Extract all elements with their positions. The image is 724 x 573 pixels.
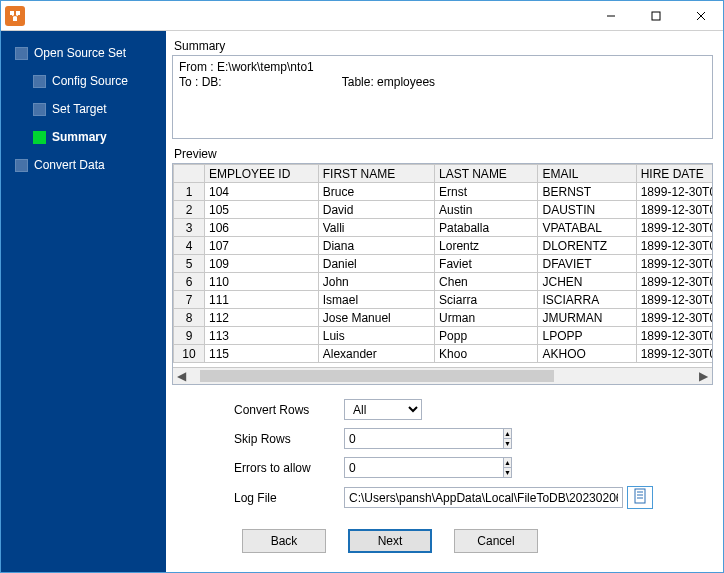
table-cell[interactable]: ISCIARRA: [538, 291, 636, 309]
log-file-input[interactable]: [344, 487, 623, 508]
table-cell[interactable]: Bruce: [318, 183, 434, 201]
table-row[interactable]: 6110JohnChenJCHEN1899-12-30T00:00:00.000…: [174, 273, 713, 291]
row-header[interactable]: 1: [174, 183, 205, 201]
convert-rows-select[interactable]: All: [344, 399, 422, 420]
table-cell[interactable]: 1899-12-30T00:00:00.000Z: [636, 237, 712, 255]
close-button[interactable]: [678, 1, 723, 30]
horizontal-scrollbar[interactable]: ◀ ▶: [173, 367, 712, 384]
table-cell[interactable]: 105: [205, 201, 319, 219]
table-cell[interactable]: Lorentz: [435, 237, 538, 255]
table-cell[interactable]: LPOPP: [538, 327, 636, 345]
table-cell[interactable]: Popp: [435, 327, 538, 345]
skip-rows-up-icon[interactable]: ▲: [504, 429, 511, 439]
table-cell[interactable]: Alexander: [318, 345, 434, 363]
table-cell[interactable]: 104: [205, 183, 319, 201]
skip-rows-down-icon[interactable]: ▼: [504, 439, 511, 448]
table-row[interactable]: 4107DianaLorentzDLORENTZ1899-12-30T00:00…: [174, 237, 713, 255]
table-cell[interactable]: Pataballa: [435, 219, 538, 237]
table-cell[interactable]: Austin: [435, 201, 538, 219]
table-cell[interactable]: DLORENTZ: [538, 237, 636, 255]
table-cell[interactable]: 113: [205, 327, 319, 345]
table-cell[interactable]: BERNST: [538, 183, 636, 201]
table-cell[interactable]: 111: [205, 291, 319, 309]
table-row[interactable]: 5109DanielFavietDFAVIET1899-12-30T00:00:…: [174, 255, 713, 273]
row-header[interactable]: 4: [174, 237, 205, 255]
table-cell[interactable]: 1899-12-30T00:00:00.000Z: [636, 309, 712, 327]
table-cell[interactable]: 1899-12-30T00:00:00.000Z: [636, 327, 712, 345]
table-cell[interactable]: Ismael: [318, 291, 434, 309]
table-cell[interactable]: 115: [205, 345, 319, 363]
table-cell[interactable]: 107: [205, 237, 319, 255]
minimize-button[interactable]: [588, 1, 633, 30]
skip-rows-spinner[interactable]: ▲ ▼: [344, 428, 422, 449]
table-row[interactable]: 3106ValliPataballaVPATABAL1899-12-30T00:…: [174, 219, 713, 237]
table-cell[interactable]: Diana: [318, 237, 434, 255]
table-row[interactable]: 7111IsmaelSciarraISCIARRA1899-12-30T00:0…: [174, 291, 713, 309]
table-cell[interactable]: Sciarra: [435, 291, 538, 309]
table-cell[interactable]: Khoo: [435, 345, 538, 363]
wizard-step-set-target[interactable]: Set Target: [1, 95, 166, 123]
maximize-button[interactable]: [633, 1, 678, 30]
table-row[interactable]: 10115AlexanderKhooAKHOO1899-12-30T00:00:…: [174, 345, 713, 363]
table-row[interactable]: 1104BruceErnstBERNST1899-12-30T00:00:00.…: [174, 183, 713, 201]
row-header[interactable]: 5: [174, 255, 205, 273]
table-cell[interactable]: 112: [205, 309, 319, 327]
table-cell[interactable]: 109: [205, 255, 319, 273]
table-row[interactable]: 2105DavidAustinDAUSTIN1899-12-30T00:00:0…: [174, 201, 713, 219]
table-cell[interactable]: Ernst: [435, 183, 538, 201]
preview-grid-scroll[interactable]: EMPLOYEE IDFIRST NAMELAST NAMEEMAILHIRE …: [173, 164, 712, 367]
table-cell[interactable]: 1899-12-30T00:00:00.000Z: [636, 273, 712, 291]
table-cell[interactable]: 1899-12-30T00:00:00.000Z: [636, 345, 712, 363]
table-cell[interactable]: David: [318, 201, 434, 219]
errors-down-icon[interactable]: ▼: [504, 468, 511, 477]
table-cell[interactable]: JMURMAN: [538, 309, 636, 327]
column-header[interactable]: LAST NAME: [435, 165, 538, 183]
table-cell[interactable]: Urman: [435, 309, 538, 327]
next-button[interactable]: Next: [348, 529, 432, 553]
errors-allow-input[interactable]: [344, 457, 503, 478]
table-cell[interactable]: DAUSTIN: [538, 201, 636, 219]
table-cell[interactable]: DFAVIET: [538, 255, 636, 273]
table-cell[interactable]: 1899-12-30T00:00:00.000Z: [636, 291, 712, 309]
table-cell[interactable]: 1899-12-30T00:00:00.000Z: [636, 183, 712, 201]
table-cell[interactable]: Chen: [435, 273, 538, 291]
table-cell[interactable]: John: [318, 273, 434, 291]
errors-up-icon[interactable]: ▲: [504, 458, 511, 468]
column-header[interactable]: EMPLOYEE ID: [205, 165, 319, 183]
wizard-step-summary[interactable]: Summary: [1, 123, 166, 151]
scroll-left-icon[interactable]: ◀: [173, 368, 190, 384]
column-header[interactable]: EMAIL: [538, 165, 636, 183]
browse-log-button[interactable]: [627, 486, 653, 509]
table-cell[interactable]: 110: [205, 273, 319, 291]
table-cell[interactable]: 1899-12-30T00:00:00.000Z: [636, 201, 712, 219]
table-cell[interactable]: JCHEN: [538, 273, 636, 291]
column-header[interactable]: FIRST NAME: [318, 165, 434, 183]
errors-allow-spinner[interactable]: ▲ ▼: [344, 457, 422, 478]
table-cell[interactable]: 1899-12-30T00:00:00.000Z: [636, 255, 712, 273]
row-header[interactable]: 2: [174, 201, 205, 219]
table-cell[interactable]: Luis: [318, 327, 434, 345]
row-header[interactable]: 3: [174, 219, 205, 237]
table-row[interactable]: 8112Jose ManuelUrmanJMURMAN1899-12-30T00…: [174, 309, 713, 327]
table-cell[interactable]: Faviet: [435, 255, 538, 273]
table-cell[interactable]: Jose Manuel: [318, 309, 434, 327]
skip-rows-input[interactable]: [344, 428, 503, 449]
wizard-step-open-source-set[interactable]: Open Source Set: [1, 39, 166, 67]
table-row[interactable]: 9113LuisPoppLPOPP1899-12-30T00:00:00.000…: [174, 327, 713, 345]
wizard-step-config-source[interactable]: Config Source: [1, 67, 166, 95]
table-cell[interactable]: Daniel: [318, 255, 434, 273]
table-cell[interactable]: Valli: [318, 219, 434, 237]
back-button[interactable]: Back: [242, 529, 326, 553]
row-header[interactable]: 8: [174, 309, 205, 327]
table-cell[interactable]: AKHOO: [538, 345, 636, 363]
row-header[interactable]: 10: [174, 345, 205, 363]
table-cell[interactable]: VPATABAL: [538, 219, 636, 237]
table-cell[interactable]: 106: [205, 219, 319, 237]
cancel-button[interactable]: Cancel: [454, 529, 538, 553]
row-header[interactable]: 9: [174, 327, 205, 345]
wizard-step-convert-data[interactable]: Convert Data: [1, 151, 166, 179]
column-header[interactable]: HIRE DATE: [636, 165, 712, 183]
scroll-right-icon[interactable]: ▶: [695, 368, 712, 384]
row-header[interactable]: 6: [174, 273, 205, 291]
table-cell[interactable]: 1899-12-30T00:00:00.000Z: [636, 219, 712, 237]
